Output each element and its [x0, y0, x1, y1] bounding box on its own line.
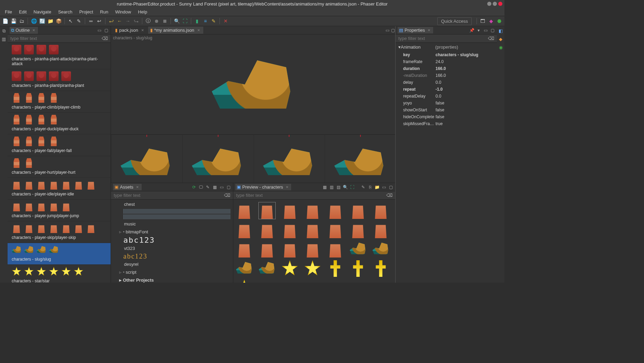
assets-tab[interactable]: ▣ Assets × — [113, 184, 142, 190]
outline-item[interactable]: characters - player-skip/player-skip — [8, 221, 111, 243]
cursor-icon[interactable]: ↖ — [68, 18, 74, 24]
outline-item[interactable]: characters - star/star — [8, 265, 111, 283]
trim-chains-icon[interactable]: ◉ — [498, 45, 503, 50]
menu-file[interactable]: File — [2, 9, 15, 15]
preview-cell[interactable] — [327, 260, 344, 277]
nav-back2-icon[interactable]: ← — [116, 18, 123, 24]
preview-cell[interactable] — [282, 260, 298, 277]
preview-cell[interactable] — [282, 241, 298, 258]
clear-filter-icon[interactable]: ⌫ — [386, 193, 392, 198]
maximize-pane-icon[interactable]: ▢ — [104, 28, 109, 33]
quick-access[interactable]: Quick Access — [437, 17, 472, 25]
editor-minimize-icon[interactable]: ▭ — [385, 28, 390, 33]
box-icon[interactable]: 📦 — [55, 18, 62, 24]
pencil-icon[interactable]: ✎ — [76, 18, 82, 24]
preview-cell[interactable] — [282, 202, 298, 219]
preview-min-icon[interactable]: ▭ — [381, 185, 386, 190]
assets-max-icon[interactable]: ▢ — [226, 185, 231, 190]
info-icon[interactable]: ⓘ — [145, 18, 151, 24]
asset-item[interactable]: Other Projects — [113, 276, 231, 283]
perspective-2-icon[interactable]: ◆ — [488, 18, 494, 24]
history-icon[interactable]: ↩ — [96, 18, 102, 24]
properties-filter-input[interactable] — [398, 36, 488, 41]
preview-cell[interactable] — [236, 260, 253, 277]
minimize-pane-icon[interactable]: ▭ — [97, 28, 102, 33]
frame-cell[interactable] — [182, 135, 253, 183]
align-icon[interactable]: ═ — [88, 18, 94, 24]
trim-tasks-icon[interactable]: ◧ — [498, 28, 503, 34]
close-icon[interactable]: × — [428, 28, 430, 33]
nav-fwd2-icon[interactable]: ⮑ — [133, 18, 139, 24]
close-icon[interactable]: × — [286, 184, 288, 190]
folder-search-icon[interactable]: 📁 — [47, 18, 53, 24]
asset-item[interactable]: script — [113, 268, 231, 276]
preview-cell[interactable] — [259, 202, 275, 219]
menu-window[interactable]: Window — [112, 9, 134, 15]
property-row[interactable]: duration166.0 — [396, 65, 497, 72]
property-row[interactable]: hideOnCompletefalse — [396, 113, 497, 120]
perspective-1-icon[interactable]: 🗔 — [480, 18, 486, 24]
preview-tab[interactable]: ▣ Preview - characters × — [235, 184, 291, 190]
preview-cell[interactable] — [259, 260, 275, 277]
close-icon[interactable]: × — [141, 28, 144, 33]
editor-tab[interactable]: ▮pack.json× — [113, 27, 147, 34]
preview-cell[interactable] — [259, 241, 275, 258]
outline-item[interactable]: characters - player-climb/player-climb — [8, 91, 111, 113]
edit-preview-icon[interactable]: ✎ — [361, 185, 366, 190]
stop-icon[interactable]: ⏹ — [162, 18, 168, 24]
fit-icon[interactable]: ⛶ — [182, 18, 188, 24]
asset-item[interactable]: bitmapFont — [113, 228, 231, 236]
property-row[interactable]: frameRate24.0 — [396, 58, 497, 65]
menu-edit[interactable]: Edit — [16, 9, 29, 15]
delete-icon[interactable]: ✕ — [223, 18, 229, 24]
pin-icon[interactable]: 📌 — [469, 28, 474, 33]
trim-explorer-icon[interactable]: ▥ — [1, 37, 7, 42]
list-icon[interactable]: ≡ — [202, 18, 208, 24]
preview-cell[interactable] — [236, 202, 253, 219]
zoom-icon[interactable]: 🔍 — [174, 18, 180, 24]
outline-item[interactable]: characters - player-idle/player-idle — [8, 178, 111, 200]
outline-item[interactable]: characters - player-duck/player-duck — [8, 113, 111, 134]
monitor-icon[interactable]: 🖵 — [198, 185, 203, 190]
preview-cell[interactable] — [372, 260, 389, 277]
assets-tree[interactable]: chestmusicbitmapFontabc123vt323abc123des… — [111, 200, 233, 283]
props-max-icon[interactable]: ▢ — [490, 28, 495, 33]
save-icon[interactable]: 💾 — [10, 18, 17, 24]
preview-cell[interactable] — [327, 202, 344, 219]
property-row[interactable]: repeatDelay0.0 — [396, 93, 497, 100]
editor-maximize-icon[interactable]: ▢ — [390, 28, 395, 33]
frame-cell[interactable] — [325, 135, 395, 183]
properties-section-header[interactable]: Animation(properties) — [396, 43, 497, 51]
grid-small-icon[interactable]: ▦ — [322, 185, 327, 190]
menu-navigate[interactable]: Navigate — [31, 9, 54, 15]
grid-med-icon[interactable]: ▥ — [329, 185, 334, 190]
nav-back-icon[interactable]: ⮐ — [108, 18, 114, 24]
outline-item[interactable]: characters - player-jump/player-jump — [8, 200, 111, 221]
outline-list[interactable]: characters - piranha-plant-attack/piranh… — [8, 43, 111, 283]
fit-preview-icon[interactable]: ⛶ — [350, 185, 355, 190]
frame-cell[interactable] — [111, 135, 182, 183]
close-icon[interactable]: × — [32, 28, 35, 33]
preview-cell[interactable] — [304, 260, 321, 277]
close-icon[interactable]: × — [136, 184, 139, 190]
outline-item[interactable]: characters - slug/slug — [8, 243, 111, 265]
copy-icon[interactable]: ⎘ — [368, 185, 372, 190]
grid-large-icon[interactable]: ▤ — [336, 185, 341, 190]
window-minimize-icon[interactable] — [487, 2, 491, 6]
preview-grid[interactable] — [233, 200, 395, 283]
preview-filter-input[interactable] — [236, 193, 386, 198]
new-icon[interactable]: 📄 — [2, 18, 8, 24]
preview-cell[interactable] — [350, 241, 366, 258]
asset-item[interactable]: desyrel — [113, 260, 231, 268]
preview-cell[interactable] — [372, 222, 389, 238]
animation-canvas[interactable] — [111, 41, 395, 134]
window-close-icon[interactable] — [498, 2, 502, 6]
preview-cell[interactable] — [327, 241, 344, 258]
folder-icon[interactable]: 📁 — [375, 185, 379, 190]
properties-list[interactable]: Animation(properties)keycharacters - slu… — [396, 43, 497, 283]
preview-cell[interactable] — [282, 222, 298, 238]
close-icon[interactable]: × — [197, 28, 200, 33]
menu-icon[interactable]: ▾ — [476, 28, 481, 33]
property-row[interactable]: showOnStartfalse — [396, 107, 497, 113]
menu-search[interactable]: Search — [55, 9, 75, 15]
